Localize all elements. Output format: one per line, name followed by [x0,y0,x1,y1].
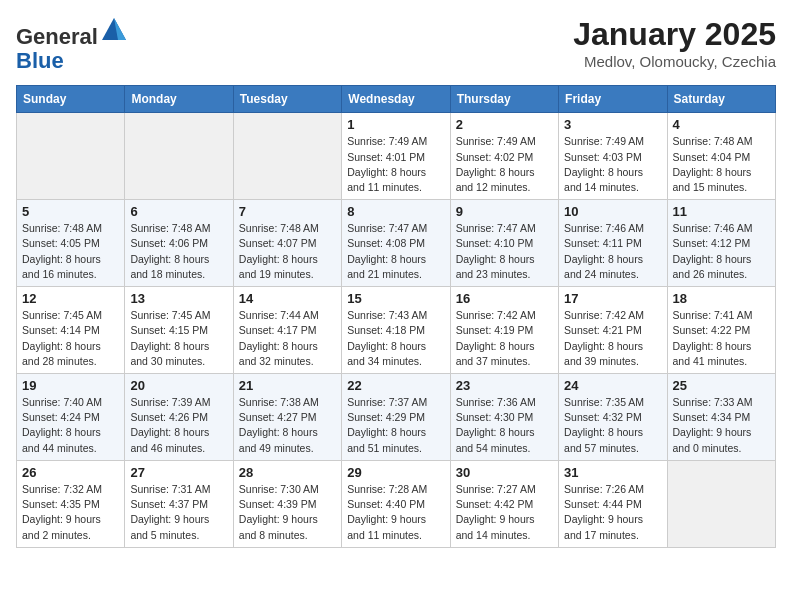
calendar-cell: 25Sunrise: 7:33 AM Sunset: 4:34 PM Dayli… [667,374,775,461]
day-number: 17 [564,291,661,306]
calendar-cell [667,460,775,547]
calendar-cell: 11Sunrise: 7:46 AM Sunset: 4:12 PM Dayli… [667,200,775,287]
calendar-cell: 24Sunrise: 7:35 AM Sunset: 4:32 PM Dayli… [559,374,667,461]
calendar-table: SundayMondayTuesdayWednesdayThursdayFrid… [16,85,776,547]
calendar-cell: 28Sunrise: 7:30 AM Sunset: 4:39 PM Dayli… [233,460,341,547]
day-info: Sunrise: 7:49 AM Sunset: 4:02 PM Dayligh… [456,134,553,195]
day-number: 29 [347,465,444,480]
calendar-cell: 20Sunrise: 7:39 AM Sunset: 4:26 PM Dayli… [125,374,233,461]
day-number: 19 [22,378,119,393]
day-info: Sunrise: 7:33 AM Sunset: 4:34 PM Dayligh… [673,395,770,456]
calendar-cell: 13Sunrise: 7:45 AM Sunset: 4:15 PM Dayli… [125,287,233,374]
day-info: Sunrise: 7:45 AM Sunset: 4:14 PM Dayligh… [22,308,119,369]
calendar-cell: 15Sunrise: 7:43 AM Sunset: 4:18 PM Dayli… [342,287,450,374]
calendar-cell: 16Sunrise: 7:42 AM Sunset: 4:19 PM Dayli… [450,287,558,374]
day-number: 9 [456,204,553,219]
calendar-title: January 2025 [573,16,776,53]
day-number: 14 [239,291,336,306]
day-info: Sunrise: 7:43 AM Sunset: 4:18 PM Dayligh… [347,308,444,369]
calendar-cell: 31Sunrise: 7:26 AM Sunset: 4:44 PM Dayli… [559,460,667,547]
calendar-cell [233,113,341,200]
day-number: 7 [239,204,336,219]
day-number: 5 [22,204,119,219]
calendar-cell: 23Sunrise: 7:36 AM Sunset: 4:30 PM Dayli… [450,374,558,461]
day-info: Sunrise: 7:38 AM Sunset: 4:27 PM Dayligh… [239,395,336,456]
calendar-cell: 22Sunrise: 7:37 AM Sunset: 4:29 PM Dayli… [342,374,450,461]
day-number: 8 [347,204,444,219]
calendar-cell: 26Sunrise: 7:32 AM Sunset: 4:35 PM Dayli… [17,460,125,547]
title-area: January 2025 Medlov, Olomoucky, Czechia [573,16,776,70]
day-info: Sunrise: 7:44 AM Sunset: 4:17 PM Dayligh… [239,308,336,369]
calendar-cell: 7Sunrise: 7:48 AM Sunset: 4:07 PM Daylig… [233,200,341,287]
day-number: 20 [130,378,227,393]
day-info: Sunrise: 7:47 AM Sunset: 4:10 PM Dayligh… [456,221,553,282]
day-number: 25 [673,378,770,393]
day-info: Sunrise: 7:32 AM Sunset: 4:35 PM Dayligh… [22,482,119,543]
day-info: Sunrise: 7:48 AM Sunset: 4:07 PM Dayligh… [239,221,336,282]
weekday-header: Sunday [17,86,125,113]
day-info: Sunrise: 7:36 AM Sunset: 4:30 PM Dayligh… [456,395,553,456]
logo: General Blue [16,16,128,73]
calendar-week-row: 19Sunrise: 7:40 AM Sunset: 4:24 PM Dayli… [17,374,776,461]
calendar-cell: 10Sunrise: 7:46 AM Sunset: 4:11 PM Dayli… [559,200,667,287]
weekday-header: Wednesday [342,86,450,113]
day-info: Sunrise: 7:41 AM Sunset: 4:22 PM Dayligh… [673,308,770,369]
day-number: 15 [347,291,444,306]
calendar-cell: 14Sunrise: 7:44 AM Sunset: 4:17 PM Dayli… [233,287,341,374]
calendar-cell: 2Sunrise: 7:49 AM Sunset: 4:02 PM Daylig… [450,113,558,200]
day-number: 6 [130,204,227,219]
day-number: 31 [564,465,661,480]
day-number: 23 [456,378,553,393]
calendar-cell: 9Sunrise: 7:47 AM Sunset: 4:10 PM Daylig… [450,200,558,287]
calendar-cell [17,113,125,200]
calendar-cell: 27Sunrise: 7:31 AM Sunset: 4:37 PM Dayli… [125,460,233,547]
calendar-cell [125,113,233,200]
weekday-header: Saturday [667,86,775,113]
day-number: 10 [564,204,661,219]
day-number: 11 [673,204,770,219]
day-info: Sunrise: 7:48 AM Sunset: 4:05 PM Dayligh… [22,221,119,282]
day-info: Sunrise: 7:26 AM Sunset: 4:44 PM Dayligh… [564,482,661,543]
day-info: Sunrise: 7:30 AM Sunset: 4:39 PM Dayligh… [239,482,336,543]
page-header: General Blue January 2025 Medlov, Olomou… [16,16,776,73]
calendar-subtitle: Medlov, Olomoucky, Czechia [573,53,776,70]
day-info: Sunrise: 7:48 AM Sunset: 4:06 PM Dayligh… [130,221,227,282]
weekday-header: Friday [559,86,667,113]
day-info: Sunrise: 7:46 AM Sunset: 4:12 PM Dayligh… [673,221,770,282]
weekday-header: Monday [125,86,233,113]
weekday-header-row: SundayMondayTuesdayWednesdayThursdayFrid… [17,86,776,113]
day-number: 28 [239,465,336,480]
day-number: 24 [564,378,661,393]
day-info: Sunrise: 7:45 AM Sunset: 4:15 PM Dayligh… [130,308,227,369]
day-info: Sunrise: 7:47 AM Sunset: 4:08 PM Dayligh… [347,221,444,282]
day-info: Sunrise: 7:27 AM Sunset: 4:42 PM Dayligh… [456,482,553,543]
day-info: Sunrise: 7:42 AM Sunset: 4:19 PM Dayligh… [456,308,553,369]
logo-general-text: General [16,24,98,49]
day-number: 26 [22,465,119,480]
day-number: 4 [673,117,770,132]
calendar-week-row: 1Sunrise: 7:49 AM Sunset: 4:01 PM Daylig… [17,113,776,200]
calendar-cell: 12Sunrise: 7:45 AM Sunset: 4:14 PM Dayli… [17,287,125,374]
day-info: Sunrise: 7:49 AM Sunset: 4:03 PM Dayligh… [564,134,661,195]
day-info: Sunrise: 7:40 AM Sunset: 4:24 PM Dayligh… [22,395,119,456]
calendar-week-row: 5Sunrise: 7:48 AM Sunset: 4:05 PM Daylig… [17,200,776,287]
day-number: 18 [673,291,770,306]
calendar-cell: 3Sunrise: 7:49 AM Sunset: 4:03 PM Daylig… [559,113,667,200]
calendar-cell: 1Sunrise: 7:49 AM Sunset: 4:01 PM Daylig… [342,113,450,200]
day-number: 13 [130,291,227,306]
calendar-cell: 17Sunrise: 7:42 AM Sunset: 4:21 PM Dayli… [559,287,667,374]
logo-blue-text: Blue [16,48,64,73]
day-number: 30 [456,465,553,480]
day-info: Sunrise: 7:46 AM Sunset: 4:11 PM Dayligh… [564,221,661,282]
day-info: Sunrise: 7:35 AM Sunset: 4:32 PM Dayligh… [564,395,661,456]
calendar-cell: 8Sunrise: 7:47 AM Sunset: 4:08 PM Daylig… [342,200,450,287]
calendar-cell: 30Sunrise: 7:27 AM Sunset: 4:42 PM Dayli… [450,460,558,547]
day-info: Sunrise: 7:39 AM Sunset: 4:26 PM Dayligh… [130,395,227,456]
calendar-cell: 6Sunrise: 7:48 AM Sunset: 4:06 PM Daylig… [125,200,233,287]
calendar-cell: 29Sunrise: 7:28 AM Sunset: 4:40 PM Dayli… [342,460,450,547]
calendar-cell: 21Sunrise: 7:38 AM Sunset: 4:27 PM Dayli… [233,374,341,461]
day-info: Sunrise: 7:31 AM Sunset: 4:37 PM Dayligh… [130,482,227,543]
day-number: 3 [564,117,661,132]
logo-icon [100,16,128,44]
day-number: 1 [347,117,444,132]
